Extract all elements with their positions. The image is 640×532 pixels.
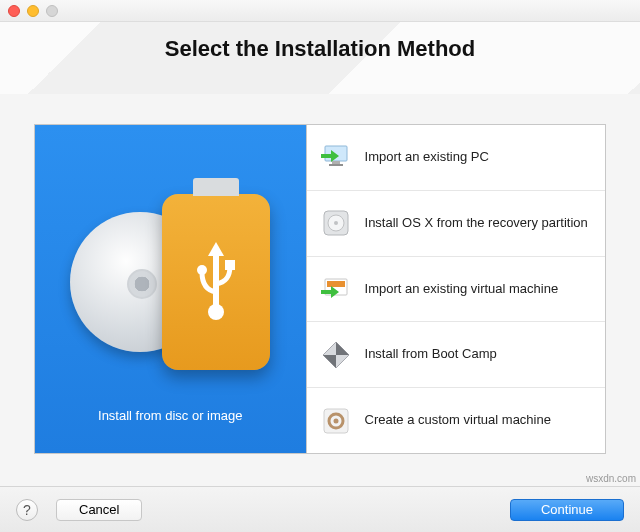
svg-rect-6 bbox=[332, 161, 340, 164]
monitor-arrow-icon bbox=[319, 140, 353, 174]
option-install-boot-camp[interactable]: Install from Boot Camp bbox=[307, 322, 605, 388]
option-import-existing-pc[interactable]: Import an existing PC bbox=[307, 125, 605, 191]
option-label: Install OS X from the recovery partition bbox=[365, 215, 588, 232]
vm-arrow-icon bbox=[319, 272, 353, 306]
page-title: Select the Installation Method bbox=[165, 36, 475, 62]
option-install-osx-recovery[interactable]: Install OS X from the recovery partition bbox=[307, 191, 605, 257]
footer-bar: ? Cancel Continue bbox=[0, 486, 640, 532]
option-label: Import an existing virtual machine bbox=[365, 281, 559, 298]
svg-marker-17 bbox=[323, 355, 336, 368]
header: Select the Installation Method bbox=[0, 22, 640, 94]
option-label: Install from Boot Camp bbox=[365, 346, 497, 363]
option-create-custom-vm[interactable]: Create a custom virtual machine bbox=[307, 388, 605, 453]
cancel-button[interactable]: Cancel bbox=[56, 499, 142, 521]
option-install-from-disc-or-image[interactable]: Install from disc or image bbox=[34, 124, 307, 454]
svg-rect-7 bbox=[329, 164, 343, 166]
svg-marker-16 bbox=[336, 342, 349, 355]
bootcamp-icon bbox=[319, 338, 353, 372]
content-area: Install from disc or image Import an exi… bbox=[0, 94, 640, 454]
minimize-window-icon[interactable] bbox=[27, 5, 39, 17]
option-label: Import an existing PC bbox=[365, 149, 489, 166]
gear-circle-icon bbox=[319, 404, 353, 438]
svg-point-3 bbox=[197, 265, 207, 275]
close-window-icon[interactable] bbox=[8, 5, 20, 17]
option-list: Import an existing PC Install OS X from … bbox=[307, 124, 606, 454]
usb-drive-icon bbox=[162, 194, 270, 370]
selected-option-label: Install from disc or image bbox=[98, 408, 243, 423]
svg-rect-4 bbox=[225, 260, 235, 270]
watermark: wsxdn.com bbox=[586, 473, 636, 484]
window-titlebar bbox=[0, 0, 640, 22]
option-import-existing-vm[interactable]: Import an existing virtual machine bbox=[307, 257, 605, 323]
svg-marker-2 bbox=[208, 242, 224, 256]
svg-point-11 bbox=[334, 221, 338, 225]
help-button[interactable]: ? bbox=[16, 499, 38, 521]
continue-button[interactable]: Continue bbox=[510, 499, 624, 521]
svg-rect-13 bbox=[327, 281, 345, 287]
svg-point-20 bbox=[333, 418, 338, 423]
option-label: Create a custom virtual machine bbox=[365, 412, 551, 429]
disc-usb-art bbox=[70, 194, 270, 384]
svg-rect-5 bbox=[325, 146, 347, 161]
maximize-window-icon bbox=[46, 5, 58, 17]
disk-icon bbox=[319, 206, 353, 240]
